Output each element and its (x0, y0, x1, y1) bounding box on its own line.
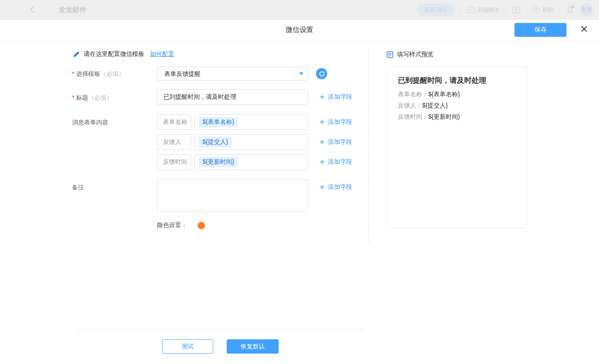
back-icon[interactable] (29, 6, 36, 13)
message-value-input[interactable]: ${提交人} (194, 134, 308, 150)
avatar[interactable]: 专用 (580, 3, 593, 16)
preview-row: 反馈人：${提交人} (398, 102, 448, 110)
preview-header-label: 填写样式预览 (397, 51, 433, 58)
plus-icon: + (319, 158, 325, 166)
backend-script-label: 后端脚本 (477, 6, 500, 14)
field-tag[interactable]: ${表单名称} (199, 117, 238, 127)
close-icon[interactable]: ✕ (580, 24, 588, 34)
refresh-button[interactable] (316, 68, 327, 79)
topbar-divider (461, 6, 461, 13)
chevron-down-icon (299, 72, 303, 75)
question-icon: ? (533, 6, 540, 13)
test-button[interactable]: 测试 (162, 339, 213, 354)
message-value-input[interactable]: ${表单名称} (194, 114, 308, 130)
plus-icon: + (319, 138, 325, 146)
restore-default-button[interactable]: 恢复默认 (227, 339, 279, 354)
contacts-icon (512, 6, 520, 13)
add-field-button[interactable]: + 添加字段 (319, 158, 352, 166)
preview-card: 已到提醒时间，请及时处理 表单名称：${表单名称} 反馈人：${提交人} 反馈时… (387, 66, 527, 228)
title-label: *标题（必填） (72, 94, 112, 102)
select-caret-box[interactable] (294, 67, 308, 80)
template-label: *选择模板（必填） (72, 70, 124, 78)
contacts-button[interactable] (512, 6, 520, 13)
topbar: 发送邮件 应用访问 </> 后端脚本 ? 帮助 专用 (0, 0, 599, 20)
message-key-input[interactable]: 反馈人 (157, 134, 191, 150)
backend-script-button[interactable]: </> 后端脚本 (467, 6, 500, 14)
preview-row: 反馈时间：${更新时间} (398, 113, 460, 121)
config-hint-text: 请在这里配置微信模板 (84, 50, 144, 58)
config-hint-row: 请在这里配置微信模板 如何配置 (73, 50, 174, 58)
document-icon (387, 51, 393, 58)
template-select[interactable]: 表单反馈提醒 (157, 67, 308, 81)
notification-dot (571, 5, 574, 8)
help-button[interactable]: ? 帮助 (533, 6, 553, 14)
topbar-divider (560, 6, 560, 13)
message-value-input[interactable]: ${更新时间} (194, 154, 308, 170)
pencil-icon (73, 51, 80, 58)
notification-bell-icon[interactable] (566, 6, 574, 14)
remark-textarea[interactable] (157, 179, 308, 211)
field-tag[interactable]: ${更新时间} (199, 157, 238, 167)
title-input[interactable]: 已到提醒时间，请及时处理 (157, 89, 308, 105)
message-content-label: 消息表单内容 (72, 119, 108, 127)
help-label: 帮助 (542, 6, 553, 14)
add-field-button[interactable]: + 添加字段 (319, 118, 352, 126)
plus-icon: + (319, 183, 325, 191)
plus-icon: + (319, 118, 325, 126)
modal-title: 微信设置 (286, 26, 313, 35)
save-button[interactable]: 保存 (514, 23, 566, 37)
message-key-input[interactable]: 反馈时间 (157, 154, 191, 170)
app-access-button[interactable]: 应用访问 (417, 4, 455, 16)
required-asterisk: * (72, 94, 74, 101)
add-field-button[interactable]: + 添加字段 (319, 138, 352, 146)
wechat-settings-modal: 微信设置 保存 ✕ 请在这里配置微信模板 如何配置 *选择模板（必填） 表单反馈… (0, 20, 599, 364)
modal-header: 微信设置 保存 ✕ (0, 20, 599, 41)
vertical-divider (368, 50, 369, 243)
preview-header: 填写样式预览 (387, 51, 433, 58)
add-field-button[interactable]: + 添加字段 (319, 93, 352, 101)
color-setting-row: 颜色设置： (157, 221, 205, 229)
color-setting-label: 颜色设置： (157, 221, 187, 229)
plus-icon: + (319, 93, 325, 101)
topbar-divider (526, 6, 527, 13)
message-key-input[interactable]: 表单名称 (157, 114, 191, 130)
field-tag[interactable]: ${提交人} (199, 137, 231, 147)
add-field-button[interactable]: + 添加字段 (319, 183, 352, 191)
color-swatch[interactable] (198, 222, 205, 229)
topbar-divider (506, 6, 506, 13)
template-select-value: 表单反馈提醒 (164, 67, 201, 80)
preview-title: 已到提醒时间，请及时处理 (398, 75, 486, 85)
preview-row: 表单名称：${表单名称} (398, 91, 460, 98)
bottom-divider (77, 329, 363, 330)
remark-label: 备注 (72, 184, 84, 192)
required-asterisk: * (72, 70, 74, 77)
refresh-icon (319, 71, 325, 77)
topbar-page-title: 发送邮件 (59, 6, 86, 15)
code-icon: </> (467, 6, 475, 13)
how-to-configure-link[interactable]: 如何配置 (150, 50, 174, 58)
